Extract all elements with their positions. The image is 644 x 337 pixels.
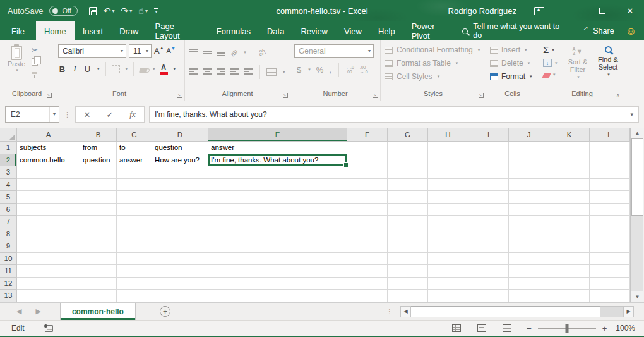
font-size-select[interactable]: 11 ▾: [129, 44, 152, 58]
cell-G12[interactable]: [388, 278, 428, 290]
cell-L2[interactable]: [590, 154, 630, 167]
row-header-3[interactable]: 3: [0, 166, 17, 179]
cell-D5[interactable]: [152, 191, 208, 204]
cell-A2[interactable]: common.hello: [17, 154, 80, 167]
row-header-13[interactable]: 13: [0, 290, 17, 302]
sort-filter-button[interactable]: AZ▼ Sort & Filter ▾: [563, 44, 592, 89]
tab-help[interactable]: Help: [370, 21, 403, 40]
page-layout-view-button[interactable]: [477, 324, 486, 332]
cell-L4[interactable]: [590, 179, 630, 192]
cell-G10[interactable]: [388, 253, 428, 266]
autosum-button[interactable]: Σ ▾: [543, 45, 563, 54]
cell-E10[interactable]: [208, 253, 347, 266]
share-button[interactable]: Share: [581, 27, 614, 35]
sheet-tab-common-hello[interactable]: common-hello: [60, 303, 136, 320]
cell-G9[interactable]: [388, 240, 428, 253]
comma-style-button[interactable]: ,: [329, 65, 331, 75]
percent-style-button[interactable]: %: [316, 65, 324, 75]
cell-I4[interactable]: [468, 179, 509, 192]
row-header-10[interactable]: 10: [0, 253, 17, 266]
zoom-in-button[interactable]: +: [602, 324, 607, 333]
cell-H11[interactable]: [428, 265, 468, 278]
close-button[interactable]: ✕: [616, 0, 644, 21]
row-header-8[interactable]: 8: [0, 228, 17, 241]
cell-G13[interactable]: [388, 290, 428, 302]
alignment-dialog-launcher[interactable]: [283, 93, 288, 98]
fill-button[interactable]: ↓ ▾: [543, 59, 563, 67]
zoom-slider-thumb[interactable]: [565, 324, 568, 333]
cell-D7[interactable]: [152, 216, 208, 228]
next-sheet-icon[interactable]: ▶: [35, 307, 40, 316]
normal-view-button[interactable]: [452, 324, 461, 332]
cell-D12[interactable]: [152, 278, 208, 290]
column-header-D[interactable]: D: [152, 128, 208, 142]
cell-E2[interactable]: I'm fine, thanks. What about you?: [208, 154, 347, 167]
cell-B9[interactable]: [80, 240, 117, 253]
row-header-12[interactable]: 12: [0, 278, 17, 290]
autosave-toggle[interactable]: Off: [49, 6, 77, 16]
new-sheet-button[interactable]: +: [160, 306, 170, 317]
cell-H6[interactable]: [428, 204, 468, 216]
cell-G8[interactable]: [388, 228, 428, 241]
bold-button[interactable]: B: [58, 64, 66, 74]
wrap-text-button[interactable]: abc↩: [259, 49, 266, 56]
cell-F8[interactable]: [347, 228, 388, 241]
cell-F11[interactable]: [347, 265, 388, 278]
cell-E8[interactable]: [208, 228, 347, 241]
cell-F10[interactable]: [347, 253, 388, 266]
cell-A12[interactable]: [17, 278, 80, 290]
cell-L7[interactable]: [590, 216, 630, 228]
cell-E11[interactable]: [208, 265, 347, 278]
cell-H9[interactable]: [428, 240, 468, 253]
redo-button[interactable]: ↷▾: [121, 6, 133, 16]
column-header-B[interactable]: B: [80, 128, 117, 142]
scroll-down-icon[interactable]: ▼: [631, 291, 644, 302]
cell-C10[interactable]: [117, 253, 152, 266]
cell-B3[interactable]: [80, 166, 117, 179]
underline-button[interactable]: U: [83, 64, 92, 74]
cell-K5[interactable]: [549, 191, 590, 204]
align-left-button[interactable]: [189, 68, 198, 76]
italic-button[interactable]: I: [71, 64, 79, 74]
cell-D1[interactable]: question: [152, 142, 208, 154]
scroll-up-icon[interactable]: ▲: [631, 128, 644, 138]
cell-F2[interactable]: [347, 154, 388, 167]
cell-F1[interactable]: [347, 142, 388, 154]
row-header-11[interactable]: 11: [0, 265, 17, 278]
cell-K1[interactable]: [549, 142, 590, 154]
cell-C8[interactable]: [117, 228, 152, 241]
tab-insert[interactable]: Insert: [75, 21, 112, 40]
borders-button[interactable]: [112, 65, 120, 73]
cell-B11[interactable]: [80, 265, 117, 278]
tab-power-pivot[interactable]: Power Pivot: [403, 21, 463, 40]
cell-A1[interactable]: subjects: [17, 142, 80, 154]
cell-I13[interactable]: [468, 290, 509, 302]
increase-indent-button[interactable]: [244, 68, 253, 76]
cell-E1[interactable]: answer: [208, 142, 347, 154]
cell-D10[interactable]: [152, 253, 208, 266]
cell-K4[interactable]: [549, 179, 590, 192]
cell-G11[interactable]: [388, 265, 428, 278]
cell-G5[interactable]: [388, 191, 428, 204]
column-header-C[interactable]: C: [117, 128, 152, 142]
row-header-4[interactable]: 4: [0, 179, 17, 192]
row-header-6[interactable]: 6: [0, 204, 17, 216]
scroll-right-icon[interactable]: ▶: [623, 306, 634, 317]
cell-J2[interactable]: [509, 154, 549, 167]
cell-B2[interactable]: question: [80, 154, 117, 167]
maximize-button[interactable]: [588, 0, 616, 21]
cell-G2[interactable]: [388, 154, 428, 167]
cell-G7[interactable]: [388, 216, 428, 228]
format-as-table-button[interactable]: Format as Table ▾: [385, 59, 480, 68]
cell-J7[interactable]: [509, 216, 549, 228]
cell-G3[interactable]: [388, 166, 428, 179]
bottom-align-button[interactable]: [217, 49, 225, 56]
zoom-out-button[interactable]: −: [527, 324, 532, 333]
clipboard-dialog-launcher[interactable]: [47, 93, 52, 98]
increase-font-size-button[interactable]: A▲: [154, 47, 164, 55]
cancel-entry-button[interactable]: ✕: [76, 110, 98, 119]
cell-F13[interactable]: [347, 290, 388, 302]
cell-J11[interactable]: [509, 265, 549, 278]
cell-L10[interactable]: [590, 253, 630, 266]
column-header-L[interactable]: L: [590, 128, 630, 142]
